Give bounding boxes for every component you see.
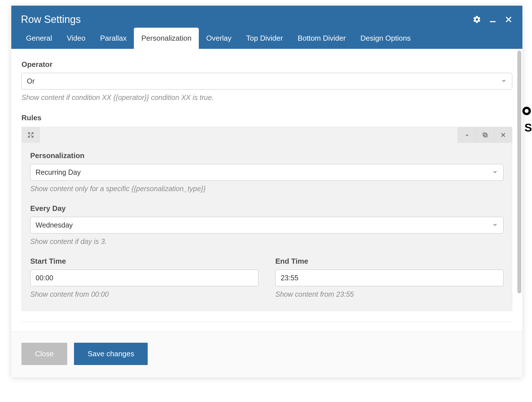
modal-footer: Close Save changes — [11, 331, 522, 377]
end-time-group: End Time Show content from 23:55 — [275, 257, 503, 298]
tab-video[interactable]: Video — [60, 28, 93, 49]
close-icon[interactable] — [504, 15, 513, 24]
tab-design-options[interactable]: Design Options — [353, 28, 418, 49]
minimize-icon[interactable] — [489, 15, 497, 24]
modal-titlebar: Row Settings — [11, 6, 522, 28]
tab-personalization[interactable]: Personalization — [134, 28, 199, 49]
start-time-helper: Show content from 00:00 — [30, 290, 258, 298]
end-time-input[interactable] — [275, 270, 503, 286]
start-time-label: Start Time — [30, 257, 258, 266]
operator-helper: Show content if condition XX {{operator}… — [21, 93, 512, 102]
every-day-helper: Show content if day is 3. — [30, 237, 503, 246]
tab-top-divider[interactable]: Top Divider — [239, 28, 290, 49]
scrollbar-thumb[interactable] — [517, 51, 521, 293]
tab-parallax[interactable]: Parallax — [93, 28, 134, 49]
next-rule-preview — [21, 322, 512, 323]
start-time-group: Start Time Show content from 00:00 — [30, 257, 258, 298]
personalization-helper: Show content only for a specific {{perso… — [30, 185, 503, 193]
save-button[interactable]: Save changes — [74, 343, 148, 365]
row-settings-modal: Row Settings General Video Parallax Pers… — [11, 6, 522, 377]
expand-icon[interactable] — [22, 127, 40, 143]
collapse-up-icon[interactable] — [458, 127, 476, 143]
svg-rect-8 — [484, 134, 487, 137]
operator-label: Operator — [21, 60, 512, 69]
rule-toolbar — [22, 127, 512, 143]
personalization-label: Personalization — [30, 151, 503, 160]
operator-section: Operator Or Show content if condition XX… — [21, 60, 512, 102]
remove-rule-icon[interactable] — [494, 127, 512, 143]
close-button[interactable]: Close — [21, 343, 67, 365]
toolbar-spacer — [40, 127, 458, 143]
rules-label: Rules — [21, 113, 512, 122]
every-day-select[interactable]: Wednesday — [30, 217, 503, 233]
rules-section: Rules — [21, 113, 512, 323]
every-day-label: Every Day — [30, 204, 503, 213]
modal-body: Operator Or Show content if condition XX… — [11, 49, 522, 331]
tab-bar: General Video Parallax Personalization O… — [11, 28, 522, 49]
end-time-label: End Time — [275, 257, 503, 266]
tab-overlay[interactable]: Overlay — [199, 28, 239, 49]
background-decoration — [522, 107, 531, 115]
start-time-input[interactable] — [30, 270, 258, 286]
modal-title: Row Settings — [21, 14, 473, 25]
tab-bottom-divider[interactable]: Bottom Divider — [290, 28, 353, 49]
scrollbar-track[interactable] — [517, 51, 521, 296]
modal-header: Row Settings General Video Parallax Pers… — [11, 6, 522, 49]
window-controls — [473, 15, 513, 24]
end-time-helper: Show content from 23:55 — [275, 290, 503, 298]
rule-body: Personalization Recurring Day Show conte… — [22, 143, 512, 311]
tab-general[interactable]: General — [19, 28, 60, 49]
operator-select[interactable]: Or — [21, 73, 512, 89]
svg-rect-9 — [483, 133, 486, 136]
background-text-fragment: S — [524, 121, 532, 134]
duplicate-icon[interactable] — [476, 127, 494, 143]
rule-card: Personalization Recurring Day Show conte… — [21, 127, 512, 311]
gear-icon[interactable] — [473, 15, 481, 24]
svg-marker-7 — [465, 134, 468, 136]
personalization-select[interactable]: Recurring Day — [30, 164, 503, 181]
